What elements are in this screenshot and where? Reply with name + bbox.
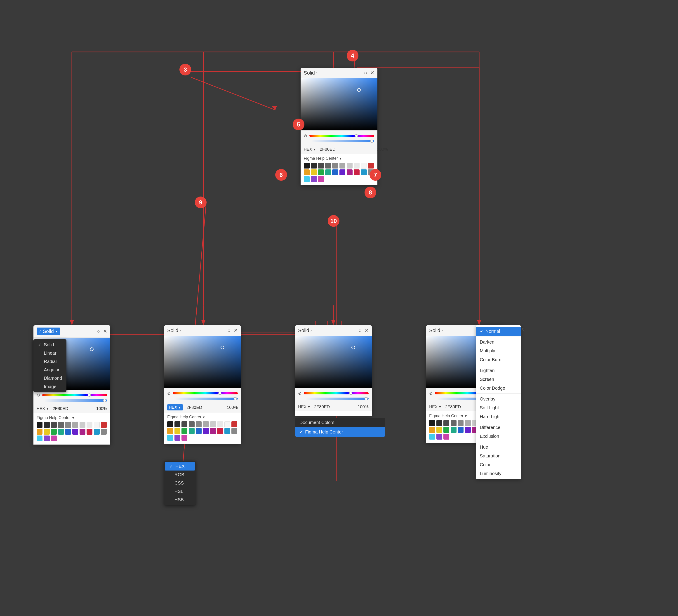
swatch[interactable]	[332, 169, 338, 175]
library-name-selector[interactable]: Figma Help Center ▼	[167, 415, 205, 419]
blend-option-normal[interactable]: ✓ Normal	[476, 327, 521, 336]
eyedropper-icon[interactable]: ⊘	[429, 391, 432, 396]
eyedropper-icon[interactable]: ⊘	[37, 393, 40, 398]
swatch[interactable]	[311, 176, 317, 182]
format-selector[interactable]: HEX ▼	[298, 405, 310, 409]
format-option-hsl[interactable]: HSL	[164, 487, 196, 496]
opacity-thumb[interactable]	[370, 139, 373, 143]
type-option-linear[interactable]: Linear	[33, 349, 67, 357]
swatch[interactable]	[311, 169, 317, 175]
hue-slider[interactable]	[309, 135, 374, 137]
swatch[interactable]	[304, 176, 310, 182]
swatch[interactable]	[318, 176, 324, 182]
blend-option-softlight[interactable]: Soft Light	[476, 403, 521, 412]
blend-option-colordodge[interactable]: Color Dodge	[476, 384, 521, 393]
swatch[interactable]	[304, 169, 310, 175]
hue-thumb[interactable]	[218, 392, 222, 395]
swatch[interactable]	[354, 169, 360, 175]
type-option-solid[interactable]: ✓ Solid	[33, 341, 67, 349]
swatch[interactable]	[318, 169, 324, 175]
close-icon[interactable]: ✕	[234, 328, 238, 333]
opacity-slider[interactable]	[306, 398, 369, 400]
swatch[interactable]	[304, 163, 310, 168]
swatch[interactable]	[311, 163, 317, 168]
hue-thumb[interactable]	[88, 394, 91, 397]
opacity-slider[interactable]	[311, 140, 374, 142]
picker-4-fill-type[interactable]: Solid ›	[429, 328, 443, 333]
opacity-slider[interactable]	[175, 398, 238, 400]
swatch[interactable]	[325, 169, 331, 175]
blend-option-hardlight[interactable]: Hard Light	[476, 412, 521, 421]
swatch[interactable]	[325, 163, 331, 168]
eyedropper-icon[interactable]: ⊘	[304, 133, 307, 138]
gradient-thumb[interactable]	[351, 345, 355, 349]
picker-3-gradient[interactable]	[295, 336, 372, 388]
format-selector[interactable]: HEX ▼	[429, 405, 442, 409]
picker-2-gradient[interactable]	[164, 336, 241, 388]
type-option-radial[interactable]: Radial	[33, 357, 67, 366]
style-icon[interactable]: ○	[228, 328, 230, 333]
close-icon[interactable]: ✕	[370, 70, 374, 76]
blend-option-exclusion[interactable]: Exclusion	[476, 432, 521, 441]
library-name-selector[interactable]: Figma Help Center ▼	[37, 415, 75, 420]
type-option-diamond[interactable]: Diamond	[33, 374, 67, 382]
library-name-selector[interactable]: Figma Help Center ▼	[429, 414, 467, 418]
blend-option-screen[interactable]: Screen	[476, 375, 521, 384]
hue-thumb[interactable]	[355, 134, 358, 137]
swatch[interactable]	[368, 163, 374, 168]
type-option-angular[interactable]: Angular	[33, 366, 67, 374]
gradient-thumb[interactable]	[90, 347, 93, 351]
picker-1-fill-type[interactable]: ✓ Solid ▼	[37, 328, 60, 335]
library-option-document[interactable]: Document Colors	[295, 418, 385, 427]
swatch[interactable]	[318, 163, 324, 168]
opacity-thumb[interactable]	[365, 397, 368, 400]
style-icon[interactable]: ○	[97, 328, 100, 334]
style-icon[interactable]: ○	[359, 328, 362, 333]
blend-option-overlay[interactable]: Overlay	[476, 395, 521, 403]
color-gradient[interactable]	[301, 78, 377, 130]
swatch[interactable]	[361, 163, 367, 168]
close-icon[interactable]: ✕	[103, 328, 107, 334]
swatch[interactable]	[361, 169, 367, 175]
format-selector[interactable]: HEX ▼	[304, 147, 316, 152]
hue-thumb[interactable]	[349, 392, 352, 395]
opacity-slider[interactable]	[44, 399, 107, 402]
format-option-hsb[interactable]: HSB	[164, 496, 196, 504]
gradient-thumb[interactable]	[357, 88, 361, 92]
blend-option-luminosity[interactable]: Luminosity	[476, 469, 521, 478]
format-option-hex[interactable]: ✓ HEX	[165, 462, 195, 470]
library-option-figma[interactable]: ✓ Figma Help Center	[295, 427, 385, 437]
opacity-thumb[interactable]	[103, 399, 106, 402]
format-option-rgb[interactable]: RGB	[164, 470, 196, 479]
swatch[interactable]	[347, 163, 352, 168]
hex-input[interactable]	[318, 147, 375, 152]
type-option-image[interactable]: Image	[33, 382, 67, 391]
eyedropper-icon[interactable]: ⊘	[167, 391, 171, 396]
blend-option-colorburn[interactable]: Color Burn	[476, 355, 521, 364]
blend-option-darken[interactable]: Darken	[476, 338, 521, 346]
swatch[interactable]	[332, 163, 338, 168]
format-option-css[interactable]: CSS	[164, 479, 196, 487]
picker-2-fill-type[interactable]: Solid ›	[167, 328, 181, 333]
style-icon[interactable]: ○	[364, 70, 367, 76]
swatch[interactable]	[347, 169, 352, 175]
fill-type-selector[interactable]: Solid ›	[304, 70, 317, 76]
hue-slider[interactable]	[173, 392, 238, 395]
picker-3-fill-type[interactable]: Solid ›	[298, 328, 312, 333]
format-selector[interactable]: HEX ▼	[167, 404, 183, 410]
hue-slider[interactable]	[42, 394, 107, 396]
blend-option-hue[interactable]: Hue	[476, 443, 521, 452]
blend-option-color[interactable]: Color	[476, 460, 521, 469]
library-name-selector[interactable]: Figma Help Center ▼	[304, 156, 342, 161]
format-selector[interactable]: HEX ▼	[37, 406, 49, 411]
swatch[interactable]	[339, 163, 345, 168]
swatch[interactable]	[354, 163, 360, 168]
blend-option-difference[interactable]: Difference	[476, 423, 521, 432]
blend-option-multiply[interactable]: Multiply	[476, 346, 521, 355]
hue-slider[interactable]	[304, 392, 369, 395]
gradient-thumb[interactable]	[221, 345, 224, 349]
eyedropper-icon[interactable]: ⊘	[298, 391, 301, 396]
swatch[interactable]	[339, 169, 345, 175]
close-icon[interactable]: ✕	[365, 328, 369, 333]
opacity-thumb[interactable]	[234, 397, 237, 400]
